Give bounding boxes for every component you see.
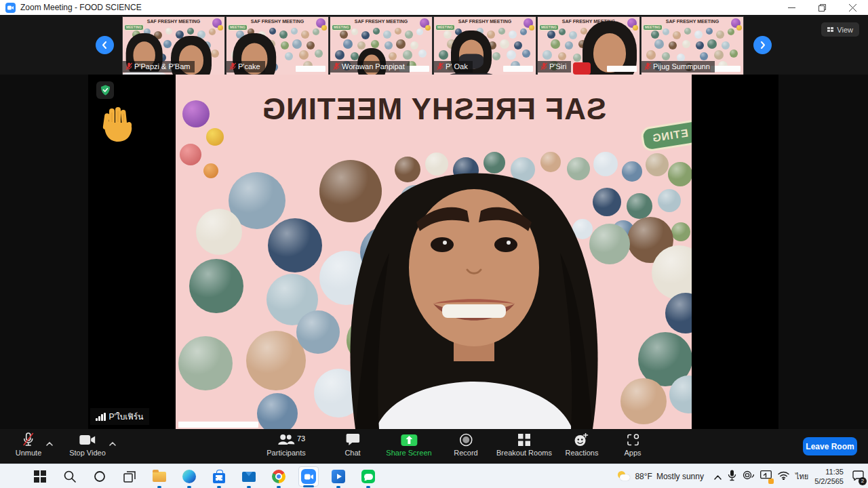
thumbnail-cartoon-avatar [212,18,222,28]
record-button[interactable]: Record [454,432,477,457]
participant-thumbnail[interactable]: SAF FRESHY MEETING MEETING Pijug Summpun… [642,17,743,75]
photo-circle [389,52,397,60]
share-screen-button[interactable]: Share Screen [386,432,431,457]
participant-thumbnail[interactable]: SAF FRESHY MEETING MEETING P'Siri [538,17,639,75]
participant-name: P'Papzi & P'Bam [134,62,190,70]
breakout-rooms-icon [518,432,530,447]
zoom-icon [301,469,316,484]
participant-name: P'cake [238,62,260,70]
photo-circle [301,30,309,39]
encryption-shield-icon[interactable] [96,81,114,99]
zoom-toolbar: Unmute Stop Video 73 Participants Chat [0,429,868,464]
minimize-icon[interactable] [776,0,807,15]
clock-widget[interactable]: 11:35 5/2/2565 [814,467,844,487]
unmute-button[interactable]: Unmute [16,432,42,457]
photo-circle [395,28,401,35]
camera-in-use-icon[interactable] [743,470,754,483]
clock-date: 5/2/2565 [814,476,844,486]
photo-circle [410,41,418,49]
muted-mic-icon [644,62,651,70]
file-explorer-icon [153,472,166,482]
chat-button[interactable]: Chat [344,432,360,457]
participant-thumbnail[interactable]: SAF FRESHY MEETING MEETING Worawan Panpi… [330,17,432,75]
microphone-in-use-icon[interactable] [728,470,736,484]
photo-circle [669,41,677,49]
photo-circle [405,30,413,39]
zoom-taskbar-button[interactable] [298,466,319,487]
thumbnail-cartoon-avatar [731,18,741,28]
breakout-rooms-button[interactable]: Breakout Rooms [496,432,552,457]
photo-circle [547,30,555,39]
line-app-button[interactable] [358,466,378,487]
weather-widget[interactable]: 88°F Mostly sunny [617,470,704,483]
close-icon[interactable] [837,0,868,15]
red-object [573,62,591,75]
participant-thumbnail[interactable]: SAF FRESHY MEETING MEETING P'cake [226,17,328,75]
thumbnail-background-title: SAF FRESHY MEETING [440,19,530,24]
line-icon [361,470,375,483]
photo-circle [178,336,233,390]
language-indicator[interactable]: ไทย [795,470,808,483]
search-button[interactable] [60,466,80,487]
photo-circle [315,49,323,58]
photo-circle [700,52,708,60]
record-label: Record [454,449,477,457]
reactions-icon [574,432,589,447]
apps-button[interactable]: Apps [624,432,641,457]
wifi-icon[interactable] [778,470,789,483]
photo-circle [209,28,216,35]
muted-mic-icon [333,62,340,70]
reactions-label: Reactions [566,449,599,457]
view-button[interactable]: View [821,22,859,37]
photo-circle [371,40,379,48]
breakout-rooms-label: Breakout Rooms [496,449,552,457]
cortana-button[interactable] [90,466,110,487]
start-button[interactable] [30,466,50,487]
thumbnail-background-title: SAF FRESHY MEETING [129,19,218,24]
photo-circle [654,39,664,49]
active-speaker-tile: SAF FRESHY MEETING ETING [88,75,778,429]
file-explorer-button[interactable] [149,466,170,487]
next-participants-button[interactable] [753,36,772,54]
notification-center-button[interactable]: 2 [852,470,864,483]
filmstrip-thumbnails: SAF FRESHY MEETING MEETING P'Papzi & P'B… [123,17,743,75]
audio-level-icon [96,413,106,421]
task-view-button[interactable] [119,466,140,487]
leave-room-button[interactable]: Leave Room [803,437,857,455]
prev-participants-button[interactable] [96,36,114,54]
raised-hand-icon [99,104,134,142]
participant-thumbnail[interactable]: SAF FRESHY MEETING MEETING P' Oak [434,17,536,75]
background-footer-card [503,66,533,72]
reactions-button[interactable]: Reactions [566,432,599,457]
thumbnail-cartoon-avatar [524,18,533,28]
background-footer-card [607,66,637,72]
chat-label: Chat [344,449,360,457]
speaker-nametag: P'ใบเฟิร์น [90,408,149,425]
photo-circle [559,28,566,35]
weather-temp: 88°F [635,472,652,481]
chrome-button[interactable] [269,466,289,487]
movies-tv-button[interactable] [328,466,349,487]
mail-button[interactable] [239,466,259,487]
participant-thumbnail[interactable]: SAF FRESHY MEETING MEETING P'Papzi & P'B… [123,17,224,75]
restore-icon[interactable] [807,0,837,15]
participants-button[interactable]: 73 Participants [267,432,305,457]
photo-circle [268,218,322,272]
hidden-icons-chevron[interactable] [714,470,722,483]
audio-options-chevron[interactable] [46,436,53,449]
stop-video-button[interactable]: Stop Video [69,432,106,457]
photo-circle [373,28,380,35]
photo-circle [665,293,692,333]
meeting-sign: ETING [640,119,692,152]
photo-circle [542,50,552,60]
thumbnail-meeting-sign: MEETING [435,24,455,30]
screen-share-indicator-icon[interactable] [760,470,772,483]
movies-tv-icon [332,470,345,483]
video-options-chevron[interactable] [109,436,116,449]
thumbnail-meeting-sign: MEETING [539,24,559,30]
photo-circle [671,222,690,241]
background-footer-card [711,66,741,72]
microsoft-store-button[interactable] [209,466,229,487]
photo-circle [694,30,703,39]
edge-button[interactable] [179,466,199,487]
